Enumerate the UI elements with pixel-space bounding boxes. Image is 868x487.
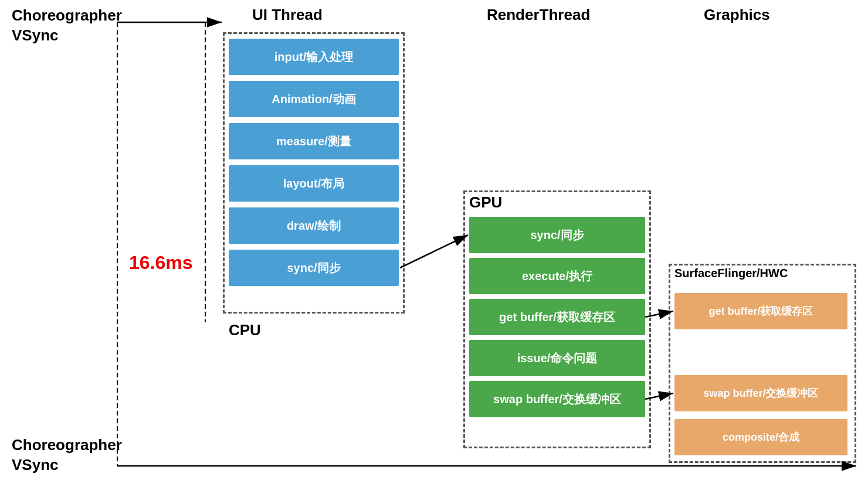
- gpu-block-getbuffer: get buffer/获取缓存区: [469, 299, 645, 335]
- cpu-block-animation: Animation/动画: [229, 81, 399, 117]
- cpu-block-layout: layout/布局: [229, 165, 399, 202]
- cpu-label: CPU: [229, 321, 261, 339]
- gpu-block-swapbuffer: swap buffer/交换缓冲区: [469, 381, 645, 417]
- cpu-block-draw: draw/绘制: [229, 207, 399, 244]
- cpu-block-sync: sync/同步: [229, 250, 399, 286]
- diagram: Choreographer VSync Choreographer VSync …: [0, 0, 868, 487]
- sf-block-swapbuffer: swap buffer/交换缓冲区: [674, 375, 847, 411]
- render-thread-header: RenderThread: [487, 6, 590, 24]
- vsync-top-label: Choreographer VSync: [12, 6, 122, 46]
- ui-thread-header: UI Thread: [252, 6, 323, 24]
- gpu-block-sync: sync/同步: [469, 217, 645, 253]
- gpu-block-issue: issue/命令问题: [469, 340, 645, 376]
- graphics-header: Graphics: [704, 6, 770, 24]
- gpu-label: GPU: [469, 193, 502, 212]
- sf-block-getbuffer: get buffer/获取缓存区: [674, 293, 847, 329]
- timing-label: 16.6ms: [129, 252, 193, 274]
- svg-line-6: [400, 235, 468, 268]
- sf-label: SurfaceFlinger/HWC: [674, 267, 788, 280]
- cpu-block-input: input/输入处理: [229, 39, 399, 75]
- vsync-bottom-label: Choreographer VSync: [12, 435, 122, 475]
- sf-block-composite: composite/合成: [674, 419, 847, 455]
- cpu-block-measure: measure/测量: [229, 123, 399, 159]
- gpu-block-execute: execute/执行: [469, 258, 645, 294]
